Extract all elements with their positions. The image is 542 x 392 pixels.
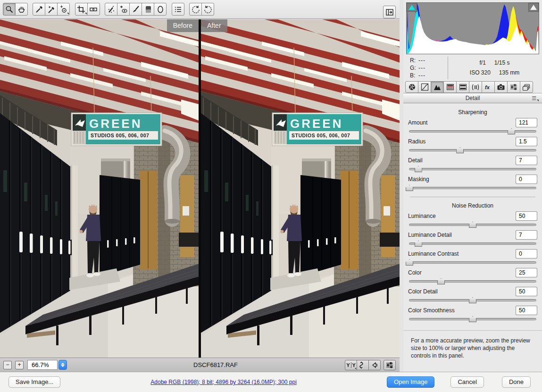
tab-detail[interactable] <box>431 81 444 93</box>
straighten-tool-icon[interactable] <box>87 3 100 16</box>
swap-before-after-icon[interactable] <box>357 360 369 370</box>
slider-track[interactable] <box>409 187 536 189</box>
slider-thumb[interactable] <box>406 185 413 191</box>
g-label: G: <box>410 64 418 72</box>
slider-thumb[interactable] <box>437 278 445 284</box>
tab-hsl-grayscale[interactable] <box>443 81 457 93</box>
slider-thumb[interactable] <box>469 297 476 303</box>
zoom-stepper[interactable] <box>58 360 67 370</box>
slider-track[interactable] <box>409 130 536 133</box>
slider-value-input[interactable] <box>516 211 537 221</box>
zoom-level-input[interactable] <box>27 360 58 370</box>
slider-value-input[interactable] <box>516 230 537 240</box>
slider-thumb[interactable] <box>415 166 422 172</box>
slider-track[interactable] <box>409 224 536 226</box>
slider-label: Detail <box>408 157 516 164</box>
slider-label: Luminance Detail <box>408 232 516 238</box>
slider-value-input[interactable] <box>516 175 537 184</box>
preview-area: Before After <box>0 19 400 358</box>
slider-thumb[interactable] <box>406 259 413 266</box>
shadow-clipping-warning-icon[interactable] <box>407 3 417 12</box>
camera-raw-window: GREEN STUDIOS 005, 006, 007 <box>0 0 542 392</box>
focal-length-value: 135 mm <box>499 69 519 76</box>
workflow-options-link[interactable]: Adobe RGB (1998); 8 bit; 4896 by 3264 (1… <box>60 379 387 385</box>
adjustment-brush-tool-icon[interactable] <box>129 3 142 16</box>
highlight-clipping-warning-icon[interactable] <box>528 3 539 12</box>
slider-track[interactable] <box>409 242 536 245</box>
graduated-filter-tool-icon[interactable] <box>142 3 154 16</box>
after-pane[interactable]: After <box>201 19 400 358</box>
slider-color: Color <box>403 267 542 283</box>
tab-snapshots[interactable] <box>520 81 533 93</box>
open-image-button[interactable]: Open Image <box>387 376 435 388</box>
g-value: --- <box>418 64 433 72</box>
targeted-adjustment-tool-icon[interactable] <box>57 3 70 16</box>
slider-thumb[interactable] <box>469 222 476 228</box>
slider-track[interactable] <box>409 299 536 301</box>
preferences-icon[interactable] <box>172 3 184 16</box>
panel-title: Detail <box>466 95 480 101</box>
image-info: R:--- G:--- B:--- f/11/15 s ISO 320135 m… <box>406 56 539 80</box>
tab-camera-calibration[interactable] <box>494 81 508 93</box>
slider-label: Radius <box>408 138 516 145</box>
cancel-button[interactable]: Cancel <box>450 376 484 388</box>
copy-settings-icon[interactable] <box>368 360 381 370</box>
before-pane[interactable]: Before <box>0 19 199 358</box>
slider-value-input[interactable] <box>516 137 537 146</box>
slider-value-input[interactable] <box>516 287 537 296</box>
rotate-left-icon[interactable] <box>189 3 202 16</box>
crop-tool-icon[interactable] <box>75 3 88 16</box>
slider-value-input[interactable] <box>516 118 537 127</box>
done-button[interactable]: Done <box>502 376 531 388</box>
slider-color-detail: Color Detail <box>403 286 542 301</box>
svg-text:fx: fx <box>485 84 490 90</box>
slider-value-input[interactable] <box>516 268 537 277</box>
r-label: R: <box>410 57 418 64</box>
slider-label: Color Detail <box>408 288 516 295</box>
tab-effects[interactable]: fx <box>482 81 495 93</box>
zoom-in-button[interactable]: + <box>15 361 24 369</box>
slider-value-input[interactable] <box>516 249 537 259</box>
tab-basic[interactable] <box>405 81 418 93</box>
zoom-out-button[interactable]: − <box>3 361 12 369</box>
panel-menu-icon[interactable]: ☰ <box>532 95 539 101</box>
slider-track[interactable] <box>409 318 536 320</box>
red-eye-removal-tool-icon[interactable] <box>117 3 130 16</box>
slider-value-input[interactable] <box>516 156 537 165</box>
before-after-view-toggle-icon[interactable]: YY <box>345 360 357 370</box>
before-label: Before <box>167 19 199 32</box>
aperture-value: f/1 <box>479 59 485 66</box>
slider-thumb[interactable] <box>469 316 476 322</box>
slider-thumb[interactable] <box>415 241 422 247</box>
tab-presets[interactable] <box>507 81 520 93</box>
color-sampler-tool-icon[interactable] <box>45 3 58 16</box>
tab-lens-corrections[interactable] <box>469 81 482 93</box>
radial-filter-tool-icon[interactable] <box>154 3 167 16</box>
preview-preferences-icon[interactable] <box>384 360 396 370</box>
toolbar <box>0 0 400 19</box>
zoom-tool-icon[interactable] <box>3 3 16 16</box>
slider-masking: Masking <box>403 174 542 189</box>
save-image-button[interactable]: Save Image... <box>8 376 60 388</box>
rotate-right-icon[interactable] <box>201 3 214 16</box>
slider-label: Luminance Contrast <box>408 250 516 257</box>
tab-split-toning[interactable] <box>456 81 469 93</box>
noise-reduction-title: Noise Reduction <box>403 202 542 209</box>
slider-label: Color <box>408 269 516 276</box>
slider-luminance: Luminance <box>403 211 542 226</box>
tab-tone-curve[interactable] <box>418 81 431 93</box>
slider-radius: Radius <box>403 136 542 151</box>
spot-removal-tool-icon[interactable] <box>105 3 117 16</box>
slider-label: Color Smoothness <box>408 307 516 314</box>
slider-track[interactable] <box>409 168 536 170</box>
slider-track[interactable] <box>409 149 536 151</box>
slider-thumb[interactable] <box>456 147 464 153</box>
slider-thumb[interactable] <box>508 128 515 134</box>
slider-track[interactable] <box>409 280 536 283</box>
hand-tool-icon[interactable] <box>15 3 28 16</box>
slider-value-input[interactable] <box>516 306 537 315</box>
toggle-full-screen-icon[interactable] <box>383 6 396 18</box>
slider-luminance-detail: Luminance Detail <box>403 230 542 245</box>
white-balance-tool-icon[interactable] <box>33 3 45 16</box>
slider-track[interactable] <box>409 261 536 264</box>
